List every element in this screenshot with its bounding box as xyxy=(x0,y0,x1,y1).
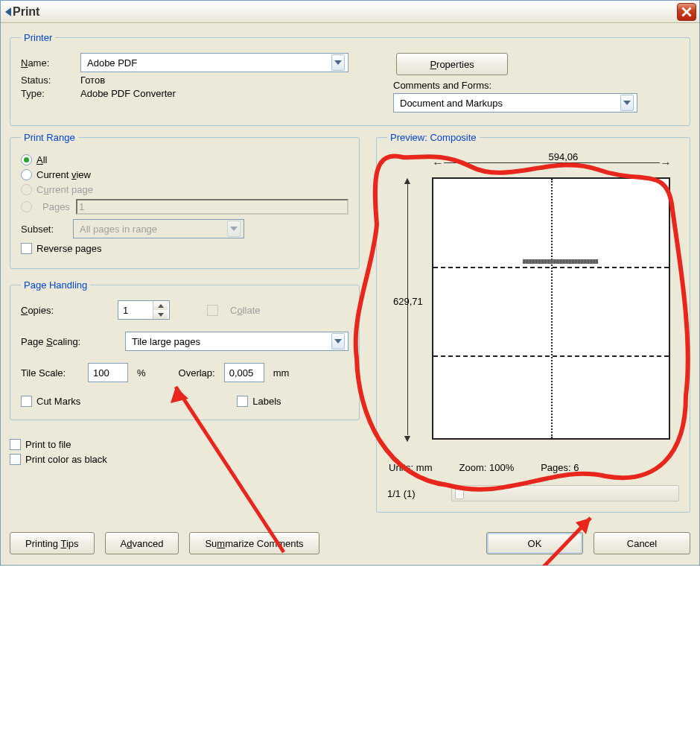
title-arrow-icon xyxy=(5,7,11,16)
printer-group: Printer Name: Adobe PDF Status: Готов xyxy=(10,32,690,126)
cut-marks-check[interactable]: Cut Marks xyxy=(21,396,80,407)
print-range-legend: Print Range xyxy=(21,132,78,143)
chevron-down-icon xyxy=(620,95,634,111)
copies-spinner[interactable] xyxy=(118,300,170,320)
printer-name-select[interactable]: Adobe PDF xyxy=(80,53,349,72)
spinner-up[interactable] xyxy=(153,301,168,310)
tile-scale-input[interactable] xyxy=(88,363,128,382)
radio-icon xyxy=(21,201,32,212)
overlap-label: Overlap: xyxy=(179,367,215,379)
overlap-unit: mm xyxy=(273,367,290,379)
chevron-down-icon xyxy=(227,221,241,237)
comments-label: Comments and Forms: xyxy=(393,80,491,91)
labels-label: Labels xyxy=(252,396,281,407)
radio-current-page: Current page xyxy=(21,184,349,195)
preview-page-slider[interactable] xyxy=(451,485,679,501)
subset-value: All pages in range xyxy=(80,224,157,235)
radio-pages: Pages xyxy=(21,199,349,215)
cancel-button[interactable]: Cancel xyxy=(594,532,690,554)
chevron-down-icon xyxy=(331,54,345,71)
radio-icon xyxy=(21,154,32,165)
preview-height-dim: ▲ 629,71 ▼ xyxy=(395,177,420,441)
overlap-input[interactable] xyxy=(224,363,264,382)
copies-label: Copies: xyxy=(21,305,110,316)
subset-select: All pages in range xyxy=(73,219,244,238)
preview-units: Units: mm xyxy=(389,462,433,473)
close-button[interactable] xyxy=(677,3,696,21)
preview-page-nav: 1/1 (1) xyxy=(387,488,416,499)
print-color-as-black-check[interactable]: Print color as black xyxy=(10,454,360,465)
tile-scale-unit: % xyxy=(137,367,146,379)
comments-select[interactable]: Document and Markups xyxy=(393,93,637,113)
print-to-file-label: Print to file xyxy=(25,439,71,450)
labels-check[interactable]: Labels xyxy=(237,396,281,407)
cut-marks-label: Cut Marks xyxy=(36,396,80,407)
radio-all[interactable]: All xyxy=(21,154,349,165)
pages-label: Pages xyxy=(42,201,70,212)
tile-scale-label: Tile Scale: xyxy=(21,367,79,379)
scaling-value: Tile large pages xyxy=(132,336,200,347)
checkbox-icon xyxy=(10,439,21,450)
subset-label: Subset: xyxy=(21,224,66,235)
properties-button[interactable]: Properties xyxy=(396,53,508,75)
printer-legend: Printer xyxy=(21,32,55,43)
collate-label: Collate xyxy=(230,305,260,316)
printer-name-value: Adobe PDF xyxy=(87,57,137,69)
page-handling-group: Page Handling Copies: Collate xyxy=(10,279,360,420)
preview-content-icon xyxy=(523,259,598,264)
page-handling-legend: Page Handling xyxy=(21,279,90,291)
summarize-comments-button[interactable]: Summarize Comments xyxy=(189,532,319,554)
preview-legend: Preview: Composite xyxy=(387,132,480,143)
copies-value[interactable] xyxy=(118,301,153,319)
name-label: Name: xyxy=(21,57,73,69)
window-title: Print xyxy=(5,5,39,19)
comments-value: Document and Markups xyxy=(400,98,503,109)
titlebar: Print xyxy=(1,1,699,23)
advanced-button[interactable]: Advanced xyxy=(105,532,179,554)
title-text: Print xyxy=(13,5,39,19)
radio-icon xyxy=(21,184,32,195)
collate-checkbox xyxy=(207,305,218,316)
ok-button[interactable]: OK xyxy=(486,532,583,554)
radio-icon xyxy=(21,169,32,180)
reverse-label: Reverse pages xyxy=(36,243,101,254)
type-label: Type: xyxy=(21,88,73,99)
checkbox-icon xyxy=(21,243,32,254)
print-range-group: Print Range All Current view Current pag… xyxy=(10,132,360,269)
preview-group: Preview: Composite ← 594,06 → ▲ 629,71 ▼ xyxy=(376,132,690,513)
page-scaling-select[interactable]: Tile large pages xyxy=(125,332,349,351)
preview-canvas: ← 594,06 → ▲ 629,71 ▼ xyxy=(387,151,679,449)
preview-width-dim: ← 594,06 → xyxy=(432,155,672,170)
print-to-file-check[interactable]: Print to file xyxy=(10,439,360,450)
print-color-black-label: Print color as black xyxy=(25,454,107,465)
status-label: Status: xyxy=(21,75,73,86)
type-value: Adobe PDF Converter xyxy=(80,88,176,99)
preview-page xyxy=(432,177,670,440)
printing-tips-button[interactable]: Printing Tips xyxy=(10,532,95,554)
radio-current-view[interactable]: Current view xyxy=(21,169,349,180)
scaling-label: Page Scaling: xyxy=(21,336,118,347)
preview-width-value: 594,06 xyxy=(547,151,580,162)
chevron-down-icon xyxy=(331,333,345,349)
pages-input xyxy=(76,199,349,215)
spinner-down[interactable] xyxy=(153,310,168,319)
preview-height-value: 629,71 xyxy=(393,296,423,307)
status-value: Готов xyxy=(80,75,105,86)
checkbox-icon xyxy=(10,454,21,465)
checkbox-icon xyxy=(21,396,32,407)
preview-pages: Pages: 6 xyxy=(541,462,579,473)
reverse-pages-check[interactable]: Reverse pages xyxy=(21,243,349,254)
close-icon xyxy=(681,7,692,17)
preview-zoom: Zoom: 100% xyxy=(459,462,515,473)
checkbox-icon xyxy=(237,396,248,407)
